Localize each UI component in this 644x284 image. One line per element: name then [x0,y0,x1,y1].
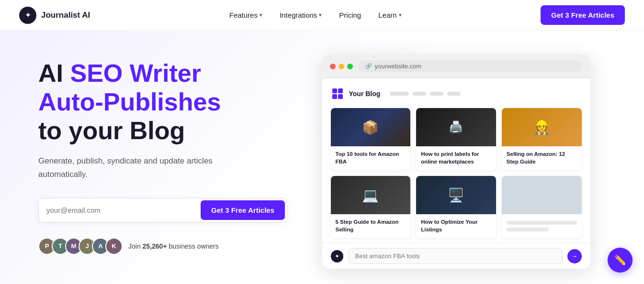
hero-section: AI SEO WriterAuto-Publishesto your Blog … [0,31,644,284]
social-proof-count: 25,260+ [143,242,167,250]
card-image [331,108,411,146]
email-signup-form: Get 3 Free Articles [38,198,287,222]
browser-mockup: 🔗 yourwebsite.com Your Blog [322,55,590,269]
hero-title-plain: AI [38,59,70,87]
nav-line [430,92,443,96]
card-body: Selling on Amazon: 12 Step Guide [502,146,582,170]
card-body: How to Optimize Your Listings [416,214,496,238]
nav-line [447,92,461,96]
hero-title-purple: SEO Writer [70,59,201,87]
card-line [507,221,577,225]
chat-bubble-button[interactable]: ✏️ [608,248,633,273]
card-title: How to print labels for online marketpla… [421,150,491,165]
blog-card-placeholder [502,176,582,238]
nav-line [390,92,409,96]
nav-item-features[interactable]: Features ▾ [223,7,269,23]
nav-line [413,92,426,96]
card-body: How to print labels for online marketpla… [416,146,496,170]
browser-dots [330,64,353,69]
nav-label-learn: Learn [378,11,396,19]
email-input[interactable] [46,201,201,219]
blog-card[interactable]: How to Optimize Your Listings [416,176,496,238]
chat-icon: ✏️ [614,254,626,266]
browser-dot-yellow [339,64,344,69]
browser-search-bar: ✦ → [322,243,590,269]
card-title: 5 Step Guide to Amazon Selling [336,218,406,233]
card-title: Top 10 tools for Amazon FBA [336,150,406,165]
hero-left-content: AI SEO WriterAuto-Publishesto your Blog … [38,55,287,255]
card-image [502,108,582,146]
hero-title-autopublishes: Auto-Publishes [38,88,221,116]
social-proof-text: Join 25,260+ business owners [128,242,219,250]
navbar: ✦ Journalist AI Features ▾ Integrations … [0,0,644,31]
blog-nav-lines [390,92,461,96]
social-proof-suffix: business owners [167,242,219,250]
browser-bar: 🔗 yourwebsite.com [322,55,590,78]
card-image [331,176,411,214]
browser-dot-green [347,64,353,69]
nav-item-pricing[interactable]: Pricing [332,7,368,23]
blog-card[interactable]: 5 Step Guide to Amazon Selling [331,176,411,238]
nav-item-learn[interactable]: Learn ▾ [372,7,408,23]
browser-url-bar[interactable]: 🔗 yourwebsite.com [359,60,583,72]
chevron-down-icon: ▾ [319,12,322,18]
logo[interactable]: ✦ Journalist AI [19,7,90,24]
card-title: Selling on Amazon: 12 Step Guide [507,150,577,165]
card-image [416,176,496,214]
journalist-ai-icon: ✦ [331,250,343,262]
nav-menu: Features ▾ Integrations ▾ Pricing Learn … [223,7,408,23]
hero-subtitle: Generate, publish, syndicate and update … [38,154,220,180]
card-body: 5 Step Guide to Amazon Selling [331,214,411,238]
chevron-down-icon: ▾ [260,12,262,18]
blog-card[interactable]: Top 10 tools for Amazon FBA [331,108,411,170]
hero-title-blog: to your Blog [38,117,185,144]
navbar-cta-button[interactable]: Get 3 Free Articles [541,5,625,25]
logo-icon: ✦ [19,7,36,24]
browser-dot-red [330,64,336,69]
avatars-stack: P T M J A K [38,238,123,255]
nav-label-features: Features [229,11,258,19]
blog-logo-icon [331,87,344,100]
card-line [507,228,549,231]
search-input[interactable] [348,248,563,264]
hero-cta-button[interactable]: Get 3 Free Articles [201,200,285,220]
blog-card[interactable]: How to print labels for online marketpla… [416,108,496,170]
browser-content: Your Blog Top 10 tools for Amazon FBA [322,78,590,243]
blog-name: Your Blog [349,90,381,98]
card-body [502,214,582,236]
blog-cards-grid: Top 10 tools for Amazon FBA How to print… [331,108,582,238]
hero-right-content: 🔗 yourwebsite.com Your Blog [287,55,625,269]
blog-card[interactable]: Selling on Amazon: 12 Step Guide [502,108,582,170]
card-body: Top 10 tools for Amazon FBA [331,146,411,170]
social-proof-row: P T M J A K Join 25,260+ business owners [38,238,287,255]
avatar: K [105,238,123,255]
nav-label-integrations: Integrations [280,11,317,19]
hero-title: AI SEO WriterAuto-Publishesto your Blog [38,59,287,145]
nav-item-integrations[interactable]: Integrations ▾ [273,7,328,23]
card-title: How to Optimize Your Listings [421,218,491,233]
lock-icon: 🔗 [365,63,372,69]
blog-header: Your Blog [331,87,582,100]
url-text: yourwebsite.com [375,63,422,70]
search-submit-button[interactable]: → [567,249,582,263]
card-image-placeholder [502,176,582,214]
chevron-down-icon: ▾ [399,12,402,18]
logo-text: Journalist AI [41,11,90,20]
card-image [416,108,496,146]
social-proof-prefix: Join [128,242,143,250]
nav-label-pricing: Pricing [339,11,361,19]
